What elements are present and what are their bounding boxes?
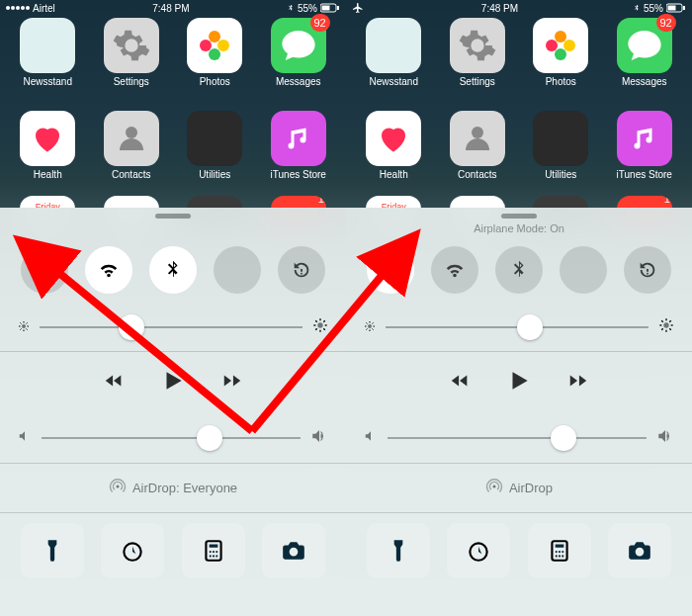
svg-point-41 — [555, 48, 566, 60]
app-newsstand[interactable]: Newsstand — [359, 18, 428, 87]
app-photos[interactable]: Photos — [180, 18, 249, 87]
bt-toggle[interactable] — [495, 246, 543, 294]
app-label: Settings — [114, 76, 149, 87]
volume-slider[interactable] — [0, 413, 346, 463]
app-newsstand[interactable]: Newsstand — [13, 18, 82, 87]
svg-point-53 — [663, 322, 668, 327]
next-track-button[interactable] — [567, 370, 589, 396]
svg-point-6 — [200, 40, 212, 51]
svg-point-43 — [472, 127, 483, 138]
svg-rect-29 — [209, 545, 217, 548]
svg-line-23 — [323, 328, 324, 329]
app-label: iTunes Store — [617, 169, 672, 180]
svg-line-16 — [27, 322, 28, 323]
prev-track-button[interactable] — [449, 370, 471, 396]
app-utilities[interactable]: Utilities — [526, 111, 595, 180]
svg-point-70 — [559, 555, 561, 557]
volume-slider[interactable] — [346, 413, 692, 463]
svg-point-69 — [555, 555, 557, 557]
app-utilities[interactable]: Utilities — [180, 111, 249, 180]
brightness-slider[interactable] — [346, 304, 692, 351]
calculator-button[interactable] — [528, 523, 591, 578]
svg-point-17 — [317, 322, 322, 327]
flashlight-button[interactable] — [367, 523, 430, 578]
svg-point-71 — [562, 555, 563, 557]
svg-rect-1 — [322, 6, 330, 11]
app-label: Settings — [460, 76, 495, 87]
wifi-toggle[interactable] — [85, 246, 132, 294]
svg-line-14 — [27, 329, 28, 330]
cc-status-text — [0, 222, 346, 236]
dnd-toggle[interactable] — [214, 246, 261, 294]
app-contacts[interactable]: Contacts — [97, 111, 166, 180]
brightness-high-icon — [658, 317, 674, 337]
airdrop-button[interactable]: AirDrop: Everyone — [0, 464, 346, 512]
app-messages[interactable]: 92 Messages — [264, 18, 333, 87]
app-label: Health — [34, 169, 62, 180]
next-track-button[interactable] — [221, 370, 243, 396]
airdrop-button[interactable]: AirDrop — [346, 464, 692, 512]
svg-point-31 — [213, 551, 215, 553]
app-photos[interactable]: Photos — [526, 18, 595, 87]
airplane-toggle[interactable] — [367, 246, 414, 294]
carrier-label: Airtel — [33, 3, 55, 14]
app-health[interactable]: Health — [13, 111, 82, 180]
svg-point-40 — [563, 40, 575, 51]
prev-track-button[interactable] — [103, 370, 125, 396]
app-health[interactable]: Health — [359, 111, 428, 180]
camera-button[interactable] — [262, 523, 325, 578]
calculator-button[interactable] — [182, 523, 245, 578]
control-center: Airplane Mode: On — [346, 208, 692, 616]
play-button[interactable] — [160, 368, 186, 397]
svg-point-5 — [209, 48, 220, 60]
brightness-low-icon — [364, 318, 376, 336]
dnd-toggle[interactable] — [560, 246, 607, 294]
app-itunes-store[interactable]: iTunes Store — [264, 111, 333, 180]
app-label: Health — [380, 169, 408, 180]
svg-point-7 — [126, 127, 137, 138]
play-button[interactable] — [506, 368, 532, 397]
airdrop-icon — [485, 478, 503, 498]
airplane-toggle[interactable] — [21, 246, 68, 294]
airdrop-icon — [109, 478, 127, 498]
svg-line-25 — [323, 320, 324, 321]
wifi-toggle[interactable] — [431, 246, 478, 294]
svg-rect-65 — [555, 545, 563, 548]
app-label: Contacts — [112, 169, 150, 180]
app-label: iTunes Store — [271, 169, 326, 180]
app-messages[interactable]: 92 Messages — [610, 18, 679, 87]
svg-rect-38 — [683, 6, 685, 10]
lock-toggle[interactable] — [624, 246, 671, 294]
svg-point-32 — [216, 551, 217, 553]
bt-toggle[interactable] — [149, 246, 197, 294]
svg-point-8 — [22, 324, 26, 328]
app-label: Contacts — [458, 169, 496, 180]
app-label: Messages — [622, 76, 667, 87]
app-label: Newsstand — [24, 76, 72, 87]
timer-button[interactable] — [101, 523, 164, 578]
app-contacts[interactable]: Contacts — [443, 111, 512, 180]
cc-status-text: Airplane Mode: On — [346, 222, 692, 236]
grab-handle[interactable] — [501, 214, 537, 219]
app-label: Utilities — [545, 169, 576, 180]
time-label: 7:48 PM — [481, 3, 518, 14]
volume-high-icon — [656, 427, 674, 449]
flashlight-button[interactable] — [21, 523, 84, 578]
timer-button[interactable] — [447, 523, 510, 578]
battery-percent: 55% — [298, 3, 317, 14]
svg-point-3 — [209, 31, 220, 43]
camera-button[interactable] — [608, 523, 671, 578]
app-settings[interactable]: Settings — [97, 18, 166, 87]
screenshot-right: 7:48 PM 55% Newsstand — [346, 0, 692, 616]
brightness-slider[interactable] — [0, 304, 346, 351]
svg-rect-2 — [337, 6, 339, 10]
screenshot-left: Airtel 7:48 PM 55% Newsstand — [0, 0, 346, 616]
svg-point-34 — [213, 555, 215, 557]
app-itunes-store[interactable]: iTunes Store — [610, 111, 679, 180]
brightness-high-icon — [312, 317, 328, 337]
app-label: Newsstand — [370, 76, 418, 87]
lock-toggle[interactable] — [278, 246, 325, 294]
grab-handle[interactable] — [155, 214, 191, 219]
app-settings[interactable]: Settings — [443, 18, 512, 87]
svg-point-66 — [555, 551, 557, 553]
